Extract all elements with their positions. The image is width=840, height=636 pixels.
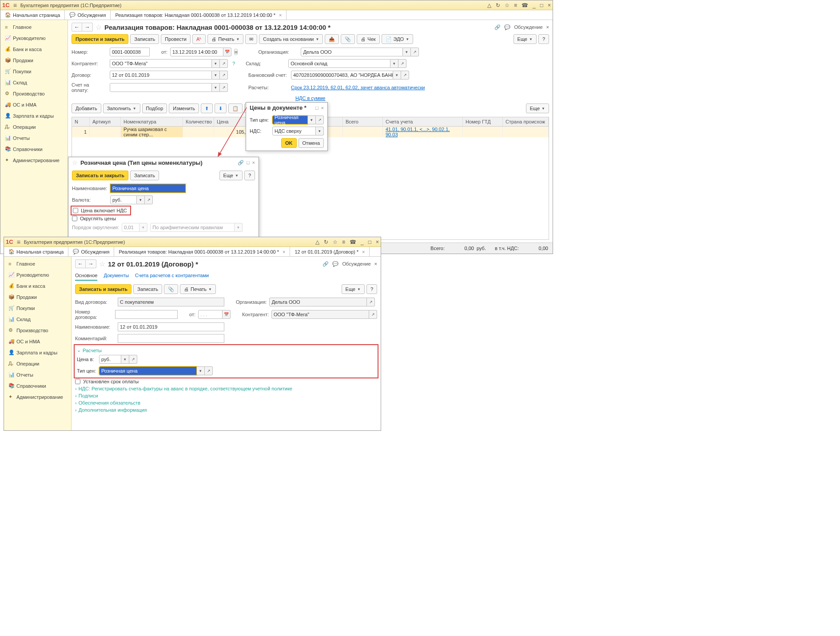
open-icon[interactable]: ↗ (220, 83, 228, 92)
calc-link[interactable]: Срок 23.12.2019, 62.01, 62.02, зачет ава… (291, 85, 425, 90)
history-icon[interactable]: ↻ (324, 239, 328, 245)
col-qty[interactable]: Количество (183, 117, 214, 126)
upload-button[interactable]: 📤 (325, 34, 339, 44)
tab-close-icon[interactable]: × (283, 249, 285, 254)
open-icon[interactable]: ↗ (145, 195, 153, 204)
sidebar-item-production[interactable]: ⚙Производство (0, 88, 68, 99)
sidebar-item-sales[interactable]: 📦Продажи (0, 55, 68, 66)
select-button[interactable]: Подбор (142, 103, 167, 113)
notif-icon[interactable]: △ (315, 239, 319, 245)
post-and-close-button[interactable]: Провести и закрыть (72, 34, 128, 44)
write-button[interactable]: Записать (130, 34, 159, 44)
hamburger-icon[interactable]: ≡ (13, 2, 17, 9)
tab-close-icon[interactable]: × (362, 249, 365, 254)
contr-select[interactable]: ООО "ТФ-Мега" (110, 59, 212, 68)
nav-back-button[interactable]: ← (72, 23, 82, 32)
tab-home[interactable]: 🏠Начальная страница (0, 10, 65, 20)
close-icon[interactable]: × (548, 2, 551, 8)
col-country[interactable]: Страна происхож (503, 117, 549, 126)
cancel-button[interactable]: Отмена (299, 138, 324, 148)
sidebar-item-reports[interactable]: 📊Отчеты (0, 132, 68, 143)
type-write-button[interactable]: Записать (130, 171, 159, 180)
dropdown-icon[interactable]: ▾ (212, 59, 220, 68)
dropdown-icon[interactable]: ▾ (212, 83, 220, 92)
open-icon[interactable]: ↗ (411, 48, 419, 56)
tab-close-icon[interactable]: × (279, 12, 282, 18)
list-icon[interactable]: ≡ (234, 49, 238, 55)
col-gtd[interactable]: Номер ГТД (463, 117, 503, 126)
col-total[interactable]: Всего (343, 117, 383, 126)
cell-total[interactable] (343, 127, 383, 137)
minimize-icon[interactable]: _ (533, 2, 536, 8)
check-button[interactable]: 🖨Чек (357, 34, 379, 44)
vat-mode-select[interactable]: НДС сверху (272, 127, 316, 135)
edo-button[interactable]: 📄ЭДО▼ (382, 34, 413, 44)
sidebar-item-bank[interactable]: 💰Банк и касса (0, 44, 68, 55)
sidebar-item-operations[interactable]: ДᵥОперации (0, 121, 68, 132)
dk-button[interactable]: Aᵏ (192, 34, 206, 44)
col-n[interactable]: N (72, 117, 90, 126)
vat-incl-cb[interactable] (73, 208, 78, 213)
support-icon[interactable]: ☎ (522, 2, 528, 8)
round-cb[interactable] (72, 216, 77, 221)
sidebar-item-admin[interactable]: ✦Администрирование (0, 155, 68, 166)
favorites-icon[interactable]: ☆ (505, 2, 510, 8)
dropdown-icon[interactable]: ▾ (212, 71, 220, 80)
print-button[interactable]: 🖨Печать▼ (207, 34, 243, 44)
tab-doc2[interactable]: 12 от 01.01.2019 (Договор) *× (290, 247, 370, 254)
cell-nomen[interactable]: Ручка шариковая с синим стер... (121, 127, 183, 137)
discuss-label[interactable]: Обсуждение (514, 24, 542, 30)
date-input[interactable]: 13.12.2019 14:00:00 (170, 48, 223, 56)
close-icon[interactable]: × (376, 239, 379, 245)
sidebar-item-purchase[interactable]: 🛒Покупки (0, 66, 68, 77)
number-input[interactable]: 0001-000038 (110, 48, 150, 56)
dropdown-icon[interactable]: ▾ (390, 59, 398, 68)
close-panel-icon[interactable]: × (546, 24, 549, 30)
discuss-icon[interactable]: 💬 (504, 24, 510, 30)
tab-discuss[interactable]: 💬Обсуждения (65, 10, 111, 20)
col-accounts[interactable]: Счета учета (383, 117, 463, 126)
add-row-button[interactable]: Добавить (72, 103, 101, 113)
sidebar-item-catalogs[interactable]: 📚Справочники (0, 143, 68, 155)
open-icon[interactable]: ↗ (398, 59, 406, 68)
ok-button[interactable]: OK (281, 138, 297, 148)
tab-discuss[interactable]: 💬Обсуждения (68, 247, 114, 254)
sidebar-item-main[interactable]: ≡Главное (0, 22, 68, 32)
more-button[interactable]: Еще▼ (514, 34, 537, 44)
contract-select[interactable]: 12 от 01.01.2019 (110, 71, 212, 80)
sidebar-item-salary[interactable]: 👤Зарплата и кадры (0, 110, 68, 121)
menu-icon[interactable]: ≡ (342, 239, 345, 245)
mail-button[interactable]: ✉ (245, 34, 257, 44)
cell-qty[interactable] (183, 127, 214, 137)
sidebar-item-warehouse[interactable]: 📊Склад (0, 77, 68, 88)
move-up-button[interactable]: ⬆ (201, 103, 213, 113)
hamburger-icon[interactable]: ≡ (17, 238, 20, 246)
org-select[interactable]: Дельта ООО (301, 48, 403, 56)
popup-link-icon[interactable]: 🔗 (238, 160, 244, 166)
warehouse-select[interactable]: Основной склад (288, 59, 390, 68)
cell-country[interactable] (503, 127, 549, 137)
tab-doc1[interactable]: Реализация товаров: Накладная 0001-00003… (114, 247, 290, 254)
cell-accounts[interactable]: 41.01, 90.01.1, <...>, 90.02.1, 90.03 (383, 127, 463, 137)
help-button[interactable]: ? (538, 34, 549, 44)
type-currency-select[interactable]: руб. (110, 195, 137, 204)
vat-link[interactable]: НДС в сумме (295, 95, 325, 101)
type-more-button[interactable]: Еще▼ (219, 171, 243, 180)
create-based-button[interactable]: Создать на основании▼ (259, 34, 323, 44)
invoice-select[interactable] (110, 83, 212, 92)
maximize-icon[interactable]: □ (368, 239, 371, 245)
star-icon[interactable]: ☆ (96, 23, 102, 32)
calendar-icon[interactable]: 📅 (223, 48, 231, 56)
dropdown-icon[interactable]: ▾ (308, 115, 316, 124)
dropdown-icon[interactable]: ▾ (316, 127, 324, 135)
move-down-button[interactable]: ⬇ (215, 103, 227, 113)
tab-home[interactable]: 🏠Начальная страница (4, 247, 68, 254)
popup-close-icon[interactable]: × (252, 160, 255, 165)
type-name-input[interactable]: Розничная цена (110, 184, 186, 193)
notif-icon[interactable]: △ (487, 2, 491, 8)
copy-button[interactable]: 📋 (228, 103, 243, 113)
type-help-button[interactable]: ? (244, 171, 255, 180)
change-button[interactable]: Изменить (169, 103, 199, 113)
col-nomen[interactable]: Номенклатура (121, 117, 183, 126)
dropdown-icon[interactable]: ▾ (393, 71, 401, 80)
